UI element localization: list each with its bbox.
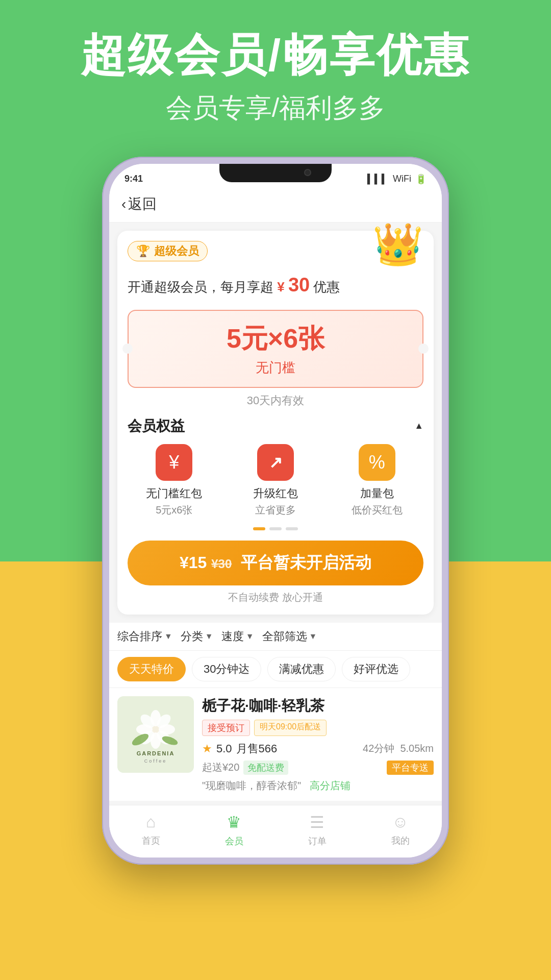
member-description: 开通超级会员，每月享超 ¥ 30 优惠 xyxy=(128,271,423,300)
rating-detail: 42分钟 5.05km xyxy=(363,742,434,755)
filter-label-0: 综合排序 xyxy=(117,629,162,644)
svg-text:Coffee: Coffee xyxy=(144,758,167,764)
restaurant-image: GARDENIA Coffee xyxy=(117,696,194,773)
notch-camera xyxy=(304,169,311,176)
benefits-grid: ¥ 无门槛红包 5元x6张 ↗ 升级红包 立省更多 xyxy=(128,444,423,517)
battery-icon: 🔋 xyxy=(415,174,427,185)
restaurant-rating: ★ 5.0 月售566 42分钟 5.05km xyxy=(202,741,434,756)
restaurant-quote: "现磨咖啡，醇香浓郁" 高分店铺 xyxy=(202,779,434,793)
rating-value: 5.0 xyxy=(216,742,232,755)
benefit-item-2: % 加量包 低价买红包 xyxy=(330,444,423,517)
status-time: 9:41 xyxy=(124,174,143,184)
back-label: 返回 xyxy=(128,194,157,214)
free-delivery-badge: 免配送费 xyxy=(243,761,288,775)
bottom-nav: ⌂ 首页 ♛ 会员 ☰ 订单 ☺ 我的 xyxy=(109,805,442,857)
phone-screen: 9:41 ▍▍▍ WiFi 🔋 ‹ 返回 xyxy=(109,164,442,857)
header-subtitle: 会员专享/福利多多 xyxy=(0,90,551,126)
filter-tab-2[interactable]: 速度 ▼ xyxy=(221,629,254,644)
benefit-name-2: 加量包 xyxy=(330,486,423,501)
buy-old-price: ¥30 xyxy=(211,557,232,571)
price-symbol: ¥ xyxy=(277,279,284,295)
benefit-name-0: 无门槛红包 xyxy=(128,486,221,501)
star-icon: ★ xyxy=(202,742,212,755)
benefits-title: 会员权益 xyxy=(128,416,185,436)
nav-item-home[interactable]: ⌂ 首页 xyxy=(109,813,192,847)
benefits-header: 会员权益 ▲ xyxy=(128,416,423,436)
filter-tab-0[interactable]: 综合排序 ▼ xyxy=(117,629,172,644)
signal-icon: ▍▍▍ xyxy=(367,174,389,185)
svg-text:GARDENIA: GARDENIA xyxy=(137,750,175,756)
coupon-sub-text: 无门槛 xyxy=(139,359,412,377)
nav-label-order: 订单 xyxy=(308,835,327,847)
nav-label-me: 我的 xyxy=(391,835,410,847)
phone-inner: 9:41 ▍▍▍ WiFi 🔋 ‹ 返回 xyxy=(109,164,442,857)
desc-post: 优惠 xyxy=(313,279,340,295)
benefit-name-1: 升级红包 xyxy=(229,486,322,501)
filter-tab-3[interactable]: 全部筛选 ▼ xyxy=(262,629,317,644)
benefit-desc-0: 5元x6张 xyxy=(128,503,221,517)
buy-button[interactable]: ¥15 ¥30 平台暂未开启活动 xyxy=(128,541,423,585)
status-icons: ▍▍▍ WiFi 🔋 xyxy=(367,174,427,185)
me-icon: ☺ xyxy=(392,813,409,831)
phone-outer: 9:41 ▍▍▍ WiFi 🔋 ‹ 返回 xyxy=(102,157,449,865)
badge-text: 超级会员 xyxy=(154,243,199,259)
filter-arrow-0: ▼ xyxy=(164,632,172,641)
filter-label-2: 速度 xyxy=(221,629,244,644)
restaurant-name: 栀子花·咖啡·轻乳茶 xyxy=(202,696,434,716)
dot-0 xyxy=(253,527,265,530)
header-area: 超级会员/畅享优惠 会员专享/福利多多 xyxy=(0,0,551,126)
dot-2 xyxy=(286,527,298,530)
qf-btn-1[interactable]: 30分钟达 xyxy=(192,657,261,681)
yuan-icon: ¥ xyxy=(169,452,179,473)
crown-icon: 👑 xyxy=(372,220,423,268)
qf-btn-3[interactable]: 好评优选 xyxy=(342,657,410,681)
buy-price: ¥15 xyxy=(180,553,207,572)
filter-arrow-3: ▼ xyxy=(309,632,317,641)
restaurant-delivery: 起送¥20 免配送费 平台专送 xyxy=(202,761,434,775)
tag-booking: 接受预订 xyxy=(202,720,250,736)
qf-btn-2[interactable]: 满减优惠 xyxy=(267,657,336,681)
price-amount: 30 xyxy=(288,274,310,296)
order-icon: ☰ xyxy=(310,813,324,832)
benefits-toggle-icon[interactable]: ▲ xyxy=(414,421,423,431)
nav-item-order[interactable]: ☰ 订单 xyxy=(276,813,359,847)
restaurant-tags: 接受预订 明天09:00后配送 xyxy=(202,720,434,736)
percent-icon: % xyxy=(369,452,385,473)
benefit-icon-2: % xyxy=(359,444,395,481)
restaurant-item[interactable]: GARDENIA Coffee 栀子花·咖啡·轻乳茶 接受预订 明天09:00后… xyxy=(109,688,442,805)
delivery-time: 42分钟 xyxy=(363,743,394,754)
upgrade-icon: ↗ xyxy=(269,453,283,472)
gardenia-svg: GARDENIA Coffee xyxy=(117,696,194,773)
buy-note: 不自动续费 放心开通 xyxy=(128,591,423,604)
benefit-desc-2: 低价买红包 xyxy=(330,503,423,517)
member-icon: ♛ xyxy=(227,813,241,832)
benefit-desc-1: 立省更多 xyxy=(229,503,322,517)
phone-notch xyxy=(219,164,332,182)
nav-label-member: 会员 xyxy=(225,835,243,847)
platform-exclusive-badge: 平台专送 xyxy=(387,761,434,775)
back-arrow-icon: ‹ xyxy=(121,196,126,212)
filter-label-3: 全部筛选 xyxy=(262,629,307,644)
nav-item-member[interactable]: ♛ 会员 xyxy=(192,813,276,847)
member-badge: 🏆 超级会员 xyxy=(128,241,208,261)
back-button[interactable]: ‹ 返回 xyxy=(121,194,430,214)
filter-bar: 综合排序 ▼ 分类 ▼ 速度 ▼ 全部筛选 ▼ xyxy=(109,623,442,651)
quote-text: "现磨咖啡，醇香浓郁" xyxy=(202,780,301,791)
buy-btn-label: 平台暂未开启活动 xyxy=(241,553,371,572)
coupon-main-text: 5元×6张 xyxy=(139,321,412,357)
benefit-icon-0: ¥ xyxy=(156,444,192,481)
filter-arrow-2: ▼ xyxy=(246,632,254,641)
qf-btn-0[interactable]: 天天特价 xyxy=(117,657,186,681)
phone-mockup: 9:41 ▍▍▍ WiFi 🔋 ‹ 返回 xyxy=(0,157,551,865)
buy-btn-text: ¥15 ¥30 平台暂未开启活动 xyxy=(180,553,371,572)
min-order: 起送¥20 xyxy=(202,761,239,774)
nav-item-me[interactable]: ☺ 我的 xyxy=(359,813,442,847)
coupon-box[interactable]: 5元×6张 无门槛 xyxy=(128,310,423,388)
monthly-sales: 月售566 xyxy=(236,741,278,756)
quick-filters: 天天特价 30分钟达 满减优惠 好评优选 xyxy=(109,651,442,688)
filter-tab-1[interactable]: 分类 ▼ xyxy=(181,629,213,644)
tag-time: 明天09:00后配送 xyxy=(254,720,327,736)
distance: 5.05km xyxy=(400,743,434,754)
carousel-dots xyxy=(128,527,423,530)
header-title: 超级会员/畅享优惠 xyxy=(0,31,551,80)
